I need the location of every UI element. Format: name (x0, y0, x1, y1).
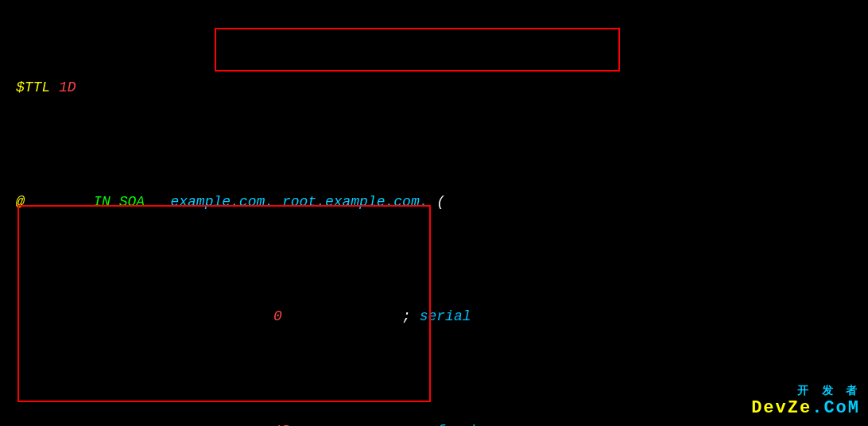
watermark: 开 发 者 DevZe.CoM (751, 384, 860, 418)
line-1: $TTL 1D (16, 76, 852, 99)
soa-value: example.com. root.example.com. (170, 194, 428, 210)
ttl-directive: $TTL (16, 79, 50, 95)
ttl-value: 1D (59, 79, 76, 95)
code-editor: $TTL 1D @ IN SOA example.com. root.examp… (0, 0, 868, 426)
line-2: @ IN SOA example.com. root.example.com. … (16, 191, 852, 214)
line-3: 0 ; serial (16, 305, 852, 328)
refresh-comment: refresh (420, 423, 480, 426)
watermark-bottom: DevZe.CoM (751, 398, 860, 418)
watermark-top: 开 发 者 (751, 384, 860, 398)
line-4: 1D ; refresh (16, 420, 852, 426)
serial-comment: serial (420, 308, 471, 324)
